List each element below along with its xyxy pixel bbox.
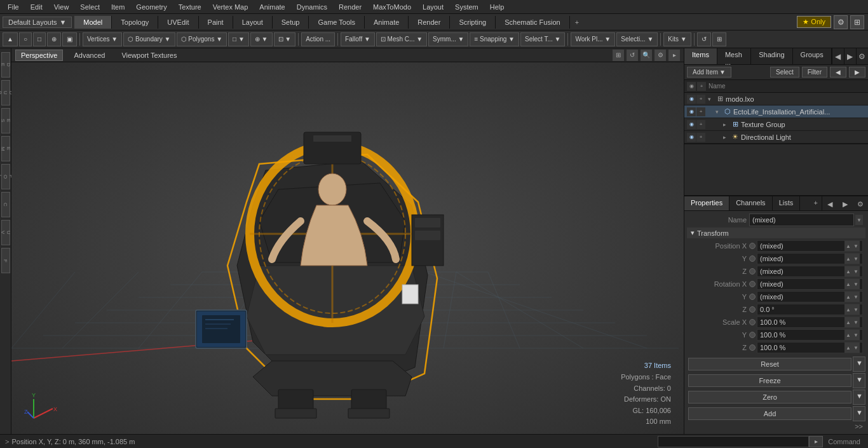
falloff-button[interactable]: Falloff ▼ <box>341 32 375 46</box>
props-expand-btn[interactable]: >> <box>687 421 865 431</box>
tab-uvedit[interactable]: UVEdit <box>158 16 198 29</box>
list-item-ectolife[interactable]: ◉ + ▾ ⬡ EctoLife_Installation_Artificial… <box>684 105 868 118</box>
add-arrow-btn[interactable]: ▼ <box>853 406 865 421</box>
transform-section[interactable]: ▾ Transform <box>687 227 865 238</box>
menu-select[interactable]: Select <box>75 2 105 12</box>
position-z-dot[interactable] <box>749 268 756 275</box>
menu-texture[interactable]: Texture <box>173 2 207 12</box>
layout-icon-btn1[interactable]: ⚙ <box>834 15 848 29</box>
add-layout-tab-button[interactable]: + <box>570 16 584 29</box>
tab-layout[interactable]: Layout <box>233 16 273 29</box>
menu-maxtomodo[interactable]: MaxToModo <box>368 2 416 12</box>
filter-button[interactable]: Filter <box>802 67 827 78</box>
add-item-button[interactable]: Add Item ▼ <box>687 67 731 78</box>
panel-icon-right[interactable]: ▶ <box>844 48 856 65</box>
reset-view-btn[interactable]: ↺ <box>697 32 711 46</box>
rotation-x-field[interactable]: (mixed) ▲ ▼ <box>757 278 863 290</box>
pos-y-up[interactable]: ▲ <box>844 254 852 264</box>
scale-y-dot[interactable] <box>749 332 756 338</box>
menu-vertex-map[interactable]: Vertex Map <box>208 2 254 12</box>
command-input[interactable] <box>658 436 809 447</box>
position-x-field[interactable]: (mixed) ▲ ▼ <box>757 240 863 252</box>
props-tab-lists[interactable]: Lists <box>773 196 801 210</box>
position-y-field[interactable]: (mixed) ▲ ▼ <box>757 253 863 264</box>
panel-icon-left[interactable]: ◀ <box>832 48 844 65</box>
viewport-expand-btn[interactable]: ▸ <box>668 50 680 61</box>
pos-y-down[interactable]: ▼ <box>852 254 860 264</box>
props-name-field[interactable]: (mixed) <box>749 214 854 226</box>
select-button[interactable]: Select <box>770 67 799 78</box>
item-eye-btn-4[interactable]: ◉ <box>687 133 696 142</box>
scale-x-field[interactable]: 100.0 % ▲ ▼ <box>757 316 863 328</box>
item-list-left-btn[interactable]: ◀ <box>830 67 846 78</box>
mesh-constraint-button[interactable]: ⊡ Mesh C... ▼ <box>376 32 427 46</box>
item-eye-btn-1[interactable]: ◉ <box>687 95 696 104</box>
menu-system[interactable]: System <box>450 2 484 12</box>
menu-help[interactable]: Help <box>485 2 510 12</box>
zero-arrow-btn[interactable]: ▼ <box>853 390 865 405</box>
expand-icon-3[interactable]: ▸ <box>723 121 731 128</box>
scale-y-field[interactable]: 100.0 % ▲ ▼ <box>757 329 863 341</box>
zero-button[interactable]: Zero <box>688 391 851 404</box>
scale-x-up[interactable]: ▲ <box>844 317 852 327</box>
boundary-button[interactable]: ⬡ Boundary ▼ <box>123 32 175 46</box>
action-button[interactable]: Action ... <box>301 32 335 46</box>
tab-render[interactable]: Render <box>409 16 450 29</box>
pos-x-up[interactable]: ▲ <box>844 241 852 251</box>
tab-scripting[interactable]: Scripting <box>450 16 496 29</box>
select-mode-mat-btn[interactable]: ▣ <box>62 32 77 46</box>
sidebar-handle-c[interactable]: C <box>1 192 10 217</box>
item-add-btn-1[interactable]: + <box>696 95 705 104</box>
menu-animate[interactable]: Animate <box>254 2 290 12</box>
panel-icon-settings[interactable]: ⚙ <box>856 48 868 65</box>
expand-icon-1[interactable]: ▾ <box>708 96 715 102</box>
header-vis-icon[interactable]: ◉ <box>687 82 696 91</box>
selection-button[interactable]: Selecti... ▼ <box>616 32 658 46</box>
menu-render[interactable]: Render <box>334 2 367 12</box>
polygons-button[interactable]: ⬡ Polygons ▼ <box>177 32 227 46</box>
tab-model[interactable]: Model <box>74 16 112 29</box>
symmetry-button[interactable]: Symm... ▼ <box>428 32 468 46</box>
select-mode-vert-btn[interactable]: ▲ <box>3 32 18 46</box>
sidebar-handle-me[interactable]: MESH <box>1 108 10 133</box>
viewport-fit-btn[interactable]: ⊞ <box>613 50 624 61</box>
expand-icon-2[interactable]: ▾ <box>715 109 723 115</box>
rot-x-up[interactable]: ▲ <box>844 279 852 289</box>
position-x-dot[interactable] <box>749 243 756 249</box>
tab-setup[interactable]: Setup <box>273 16 309 29</box>
item-eye-btn-3[interactable]: ◉ <box>687 120 696 129</box>
pos-z-up[interactable]: ▲ <box>844 266 852 276</box>
item-add-btn-3[interactable]: + <box>696 120 705 129</box>
viewport-reset-btn[interactable]: ↺ <box>627 50 638 61</box>
reset-button[interactable]: Reset <box>688 358 851 370</box>
pos-z-down[interactable]: ▼ <box>852 266 860 276</box>
fullscreen-btn[interactable]: ⊞ <box>712 32 726 46</box>
rot-x-down[interactable]: ▼ <box>852 279 860 289</box>
tab-schematic-fusion[interactable]: Schematic Fusion <box>496 16 569 29</box>
item-add-btn-4[interactable]: + <box>696 133 705 142</box>
add-button[interactable]: Add <box>688 407 851 420</box>
select-mode-item-btn[interactable]: ⊕ <box>47 32 61 46</box>
viewport-settings-btn[interactable]: ⚙ <box>654 50 666 61</box>
rotation-y-dot[interactable] <box>749 294 756 300</box>
rotation-z-field[interactable]: 0.0 ° ▲ ▼ <box>757 304 863 315</box>
viewport-tab-perspective[interactable]: Perspective <box>15 50 63 61</box>
viewport-zoom-btn[interactable]: 🔍 <box>641 50 652 61</box>
props-name-expand-btn[interactable]: ▼ <box>855 215 863 225</box>
freeze-arrow-btn[interactable]: ▼ <box>853 373 865 388</box>
sidebar-handle-em[interactable]: EM <box>1 136 10 161</box>
freeze-button[interactable]: Freeze <box>688 374 851 387</box>
kits-button[interactable]: Kits ▼ <box>663 32 691 46</box>
sidebar-handle-dup[interactable]: DUP <box>1 80 10 105</box>
rot-y-down[interactable]: ▼ <box>852 292 860 302</box>
panel-tab-mesh[interactable]: Mesh ... <box>717 48 751 64</box>
menu-edit[interactable]: Edit <box>25 2 48 12</box>
panel-tab-groups[interactable]: Groups <box>793 48 832 64</box>
scale-y-down[interactable]: ▼ <box>852 330 860 340</box>
menu-item[interactable]: Item <box>106 2 130 12</box>
tab-animate[interactable]: Animate <box>365 16 409 29</box>
scale-z-up[interactable]: ▲ <box>844 343 852 353</box>
sidebar-handle-uv[interactable]: UV <box>1 220 10 245</box>
rotation-z-dot[interactable] <box>749 306 756 313</box>
expand-icon-4[interactable]: ▸ <box>723 134 731 140</box>
